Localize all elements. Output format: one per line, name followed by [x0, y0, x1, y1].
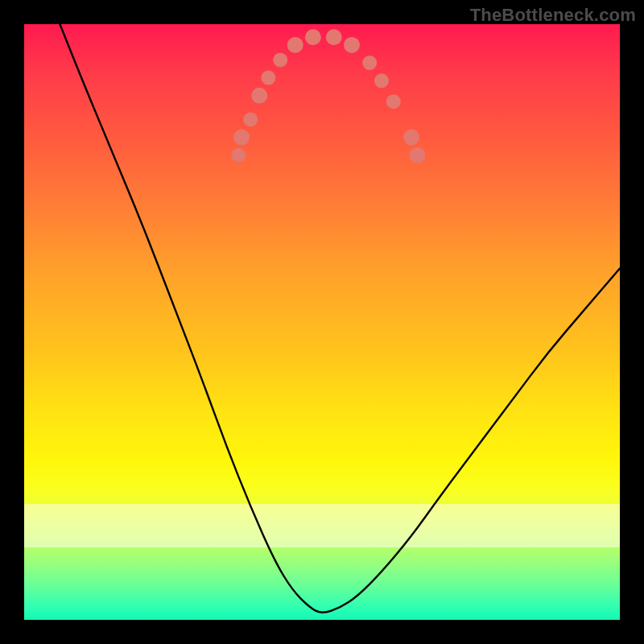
- curve-marker: [287, 37, 303, 53]
- curve-marker: [326, 29, 342, 45]
- curve-marker: [374, 73, 389, 88]
- curve-marker: [273, 52, 287, 67]
- curve-svg: [24, 24, 620, 620]
- curve-marker: [231, 148, 246, 163]
- curve-markers: [231, 29, 425, 163]
- curve-marker: [305, 29, 321, 45]
- curve-marker: [261, 71, 275, 85]
- bottleneck-curve: [60, 24, 620, 613]
- curve-marker: [233, 130, 250, 146]
- curve-marker: [362, 56, 377, 70]
- curve-marker: [344, 37, 360, 53]
- curve-marker: [403, 130, 419, 146]
- curve-marker: [243, 112, 258, 126]
- chart-frame: TheBottleneck.com: [0, 0, 644, 644]
- plot-area: [24, 24, 620, 620]
- curve-marker: [386, 94, 401, 109]
- watermark-text: TheBottleneck.com: [470, 5, 636, 26]
- curve-marker: [251, 88, 267, 104]
- curve-marker: [409, 147, 425, 163]
